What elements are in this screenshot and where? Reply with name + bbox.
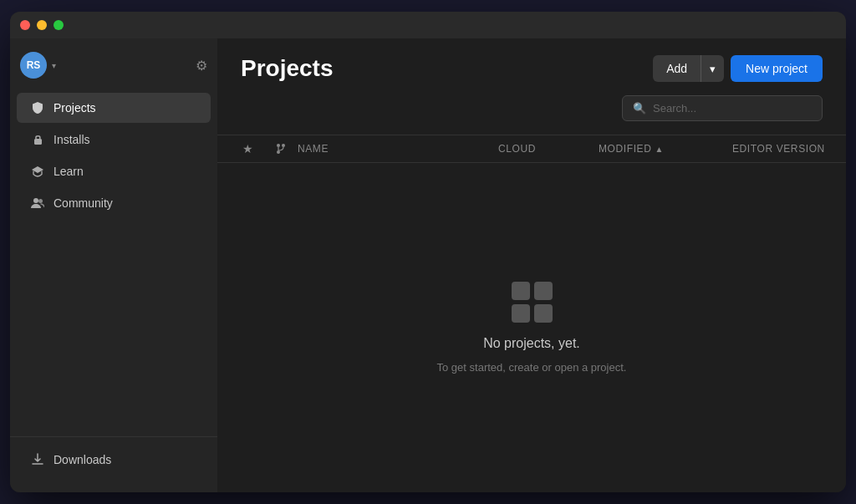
panel-header: Projects Add ▾ New project	[217, 38, 846, 95]
svg-point-2	[33, 198, 38, 203]
col-header-name: NAME	[298, 143, 498, 155]
search-input[interactable]	[653, 102, 812, 115]
minimize-button[interactable]	[37, 20, 47, 30]
sidebar-label-learn: Learn	[54, 165, 84, 178]
svg-point-6	[282, 144, 285, 147]
sidebar-label-projects: Projects	[54, 101, 96, 115]
sidebar: RS ▾ ⚙ Projects	[10, 38, 217, 492]
grid-cell-1	[512, 282, 530, 300]
col-header-editor: EDITOR VERSION	[732, 143, 833, 155]
sidebar-label-installs: Installs	[54, 133, 90, 146]
avatar: RS	[20, 52, 47, 79]
title-bar	[10, 12, 846, 38]
page-title: Projects	[241, 55, 334, 82]
star-icon: ★	[242, 142, 253, 155]
svg-rect-0	[34, 139, 42, 145]
sidebar-item-downloads[interactable]: Downloads	[17, 445, 211, 475]
empty-subtitle: To get started, create or open a project…	[437, 361, 627, 374]
header-actions: Add ▾ New project	[653, 55, 823, 82]
main-content: RS ▾ ⚙ Projects	[10, 38, 846, 492]
download-icon	[30, 452, 45, 467]
sidebar-label-downloads: Downloads	[54, 453, 111, 466]
close-button[interactable]	[20, 20, 30, 30]
col-header-cloud: CLOUD	[498, 143, 599, 155]
svg-point-5	[277, 150, 280, 154]
chevron-down-icon: ▾	[710, 63, 716, 75]
grid-cell-3	[512, 304, 530, 323]
lock-icon	[30, 132, 45, 147]
col-header-branch	[264, 142, 298, 155]
add-button[interactable]: Add	[653, 55, 701, 82]
table-header: ★ NAME CLOUD MODIFIED	[217, 135, 846, 163]
col-header-modified[interactable]: MODIFIED ▲	[599, 143, 732, 155]
grid-cell-4	[534, 304, 553, 323]
search-icon: 🔍	[633, 102, 646, 115]
sidebar-bottom: Downloads	[10, 436, 217, 482]
table-container: ★ NAME CLOUD MODIFIED	[217, 135, 846, 492]
empty-state: No projects, yet. To get started, create…	[217, 163, 846, 492]
col-header-star: ★	[231, 142, 264, 155]
shield-icon	[30, 100, 45, 115]
sidebar-item-community[interactable]: Community	[17, 188, 211, 218]
search-box: 🔍	[622, 95, 823, 121]
app-window: RS ▾ ⚙ Projects	[10, 12, 846, 492]
sidebar-item-projects[interactable]: Projects	[17, 93, 211, 123]
add-dropdown-button[interactable]: ▾	[701, 55, 724, 82]
col-modified-label: MODIFIED	[599, 143, 651, 155]
chevron-down-icon: ▾	[52, 61, 56, 70]
sidebar-label-community: Community	[54, 196, 113, 210]
graduation-icon	[30, 164, 45, 179]
grid-cell-2	[534, 282, 553, 300]
gear-icon[interactable]: ⚙	[196, 58, 207, 74]
empty-state-icon	[512, 282, 553, 323]
svg-point-4	[277, 144, 280, 147]
main-panel: Projects Add ▾ New project 🔍	[217, 38, 846, 492]
sidebar-item-installs[interactable]: Installs	[17, 125, 211, 155]
sort-asc-icon: ▲	[655, 145, 664, 154]
sidebar-item-learn[interactable]: Learn	[17, 156, 211, 186]
svg-point-3	[38, 199, 43, 203]
empty-title: No projects, yet.	[483, 336, 580, 351]
user-menu[interactable]: RS ▾	[20, 52, 56, 79]
search-area: 🔍	[217, 95, 846, 135]
sidebar-header: RS ▾ ⚙	[10, 48, 217, 92]
new-project-button[interactable]: New project	[731, 55, 823, 82]
maximize-button[interactable]	[54, 20, 64, 30]
people-icon	[30, 196, 45, 211]
add-button-group: Add ▾	[653, 55, 724, 82]
